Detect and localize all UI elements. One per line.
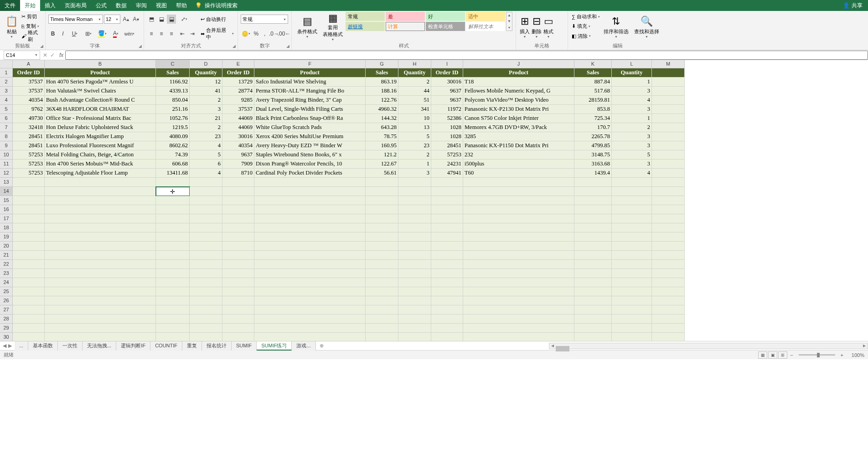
cell-J3[interactable]: Fellowes Mobile Numeric Keypad, G: [463, 87, 574, 96]
cell-C19[interactable]: [156, 232, 190, 242]
cell-M10[interactable]: [652, 150, 685, 160]
sheet-tab-4[interactable]: COUNTIF: [150, 341, 182, 351]
cell-F19[interactable]: [254, 232, 366, 242]
cell-B14[interactable]: [45, 187, 156, 196]
style-down-button[interactable]: ▼: [506, 18, 512, 24]
conditional-formatting-button[interactable]: ▤ 条件格式▼: [294, 12, 320, 41]
cell-D25[interactable]: [190, 287, 222, 296]
cell-A26[interactable]: [13, 296, 45, 305]
cell-F5[interactable]: Dual Level, Single-Width Filing Carts: [254, 105, 366, 114]
cell-M3[interactable]: [652, 87, 685, 96]
cell-C1[interactable]: Sales: [156, 68, 190, 77]
cell-I2[interactable]: 30016: [431, 77, 463, 87]
cell-D13[interactable]: [190, 178, 222, 187]
cell-G17[interactable]: [366, 214, 398, 223]
row-header-7[interactable]: 7: [0, 123, 13, 132]
find-select-button[interactable]: 🔍查找和选择▼: [631, 12, 662, 41]
menu-file[interactable]: 文件: [0, 0, 20, 11]
cell-M25[interactable]: [652, 287, 685, 296]
cell-B28[interactable]: [45, 315, 156, 324]
merge-center-button[interactable]: ⬌合并后居中▾: [200, 29, 235, 38]
cell-D24[interactable]: [190, 278, 222, 287]
cell-I15[interactable]: [431, 196, 463, 205]
cell-K28[interactable]: [574, 315, 612, 324]
row-header-18[interactable]: 18: [0, 223, 13, 232]
format-cells-button[interactable]: ▭格式▼: [542, 12, 554, 41]
cell-F8[interactable]: Xerox 4200 Series MultiUse Premium: [254, 132, 366, 141]
cell-J20[interactable]: [463, 242, 574, 251]
cell-C13[interactable]: [156, 178, 190, 187]
cell-M16[interactable]: [652, 205, 685, 214]
align-top-button[interactable]: ⬒: [147, 15, 156, 24]
scroll-left-button[interactable]: ◀: [549, 344, 556, 348]
cell-E9[interactable]: 40354: [222, 141, 254, 150]
cell-E20[interactable]: [222, 242, 254, 251]
cell-M1[interactable]: [652, 68, 685, 77]
cell-J29[interactable]: [463, 324, 574, 333]
sheet-tab-1[interactable]: 一次性: [58, 341, 83, 351]
decrease-indent-button[interactable]: ⇤: [178, 29, 187, 38]
align-bottom-button[interactable]: ⬓: [167, 15, 176, 24]
cell-C30[interactable]: [156, 333, 190, 341]
cell-I16[interactable]: [431, 205, 463, 214]
cell-E16[interactable]: [222, 205, 254, 214]
cell-D28[interactable]: [190, 315, 222, 324]
cell-D15[interactable]: [190, 196, 222, 205]
cell-F28[interactable]: [254, 315, 366, 324]
cell-D18[interactable]: [190, 223, 222, 232]
menu-data[interactable]: 数据: [111, 0, 131, 11]
cell-H27[interactable]: [398, 305, 431, 315]
cell-G16[interactable]: [366, 205, 398, 214]
column-header-K[interactable]: K: [574, 60, 612, 68]
cell-C12[interactable]: 13411.68: [156, 169, 190, 178]
autosum-button[interactable]: ∑自动求和▾: [571, 12, 601, 21]
view-page-break-button[interactable]: ⊞: [778, 351, 787, 359]
cell-H15[interactable]: [398, 196, 431, 205]
cell-D14[interactable]: [190, 187, 222, 196]
cut-button[interactable]: ✂剪切: [21, 12, 42, 21]
cell-H3[interactable]: 44: [398, 87, 431, 96]
cell-M9[interactable]: [652, 141, 685, 150]
cell-B9[interactable]: Luxo Professional Fluorescent Magnif: [45, 141, 156, 150]
cell-F24[interactable]: [254, 278, 366, 287]
row-header-26[interactable]: 26: [0, 296, 13, 305]
cell-L5[interactable]: 3: [612, 105, 652, 114]
cell-J11[interactable]: i500plus: [463, 160, 574, 169]
cell-G23[interactable]: [366, 269, 398, 278]
cell-E17[interactable]: [222, 214, 254, 223]
cell-M20[interactable]: [652, 242, 685, 251]
cell-C14[interactable]: [156, 187, 190, 196]
row-header-29[interactable]: 29: [0, 324, 13, 333]
cell-K8[interactable]: 2265.78: [574, 132, 612, 141]
cell-E14[interactable]: [222, 187, 254, 196]
name-box[interactable]: C14▼: [4, 51, 40, 60]
cell-C28[interactable]: [156, 315, 190, 324]
cell-D1[interactable]: Quantity: [190, 68, 222, 77]
cell-K2[interactable]: 887.84: [574, 77, 612, 87]
fill-button[interactable]: ⬇填充▾: [571, 22, 601, 31]
style-up-button[interactable]: ▲: [506, 12, 512, 18]
cell-K24[interactable]: [574, 278, 612, 287]
cell-M21[interactable]: [652, 251, 685, 260]
align-left-button[interactable]: ≡: [147, 29, 156, 38]
cell-A19[interactable]: [13, 232, 45, 242]
cell-A15[interactable]: [13, 196, 45, 205]
zoom-slider[interactable]: [799, 354, 835, 356]
cell-A12[interactable]: 57253: [13, 169, 45, 178]
wrap-text-button[interactable]: ↩自动换行: [200, 15, 235, 24]
row-header-16[interactable]: 16: [0, 205, 13, 214]
column-header-B[interactable]: B: [45, 60, 156, 68]
cell-E29[interactable]: [222, 324, 254, 333]
cell-F10[interactable]: Staples Wirebound Steno Books, 6" x: [254, 150, 366, 160]
cell-K20[interactable]: [574, 242, 612, 251]
cell-A24[interactable]: [13, 278, 45, 287]
column-header-H[interactable]: H: [398, 60, 431, 68]
cell-C17[interactable]: [156, 214, 190, 223]
enter-formula-icon[interactable]: ✓: [50, 52, 55, 58]
cell-E27[interactable]: [222, 305, 254, 315]
cell-C8[interactable]: 4080.09: [156, 132, 190, 141]
cell-A5[interactable]: 9762: [13, 105, 45, 114]
fx-icon[interactable]: fx: [57, 52, 65, 58]
cell-B1[interactable]: Product: [45, 68, 156, 77]
cell-E26[interactable]: [222, 296, 254, 305]
